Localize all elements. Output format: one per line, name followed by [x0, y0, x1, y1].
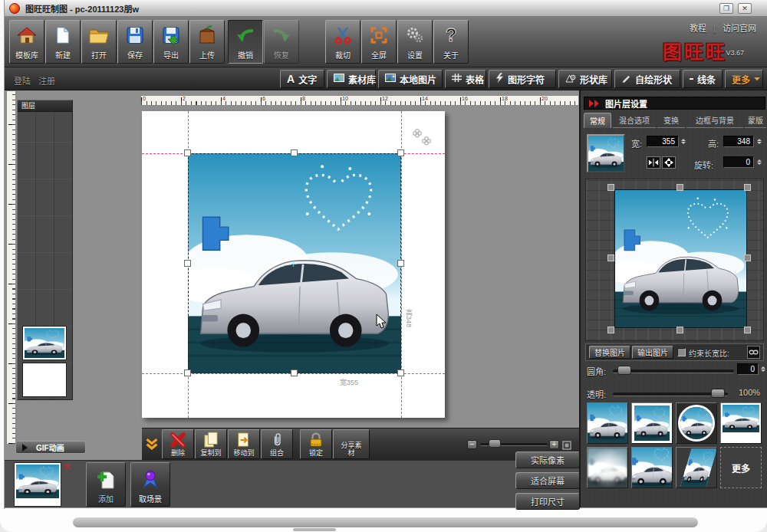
style-tile-plain[interactable] — [587, 402, 628, 444]
register-link[interactable]: 注册 — [38, 74, 55, 87]
height-field[interactable]: 348 — [723, 136, 754, 147]
height-stepper[interactable] — [755, 136, 762, 147]
preview-handle-bottom-mid[interactable] — [676, 327, 683, 333]
crop-button[interactable]: 裁切 — [325, 20, 360, 64]
style-tile-border[interactable] — [631, 402, 673, 444]
preview-handle-bottom-left[interactable] — [607, 327, 614, 333]
print-size-button[interactable]: 打印尺寸 — [515, 493, 580, 510]
corner-stepper[interactable] — [759, 363, 766, 375]
selection-handle-bottom-right[interactable] — [397, 369, 404, 376]
selection-handle-mid-left[interactable] — [184, 260, 191, 267]
preview-handle-bottom-right[interactable] — [744, 327, 751, 333]
remove-frame-icon[interactable]: ✕ — [63, 461, 71, 472]
gif-animation-button[interactable]: GIF动画 — [15, 441, 86, 454]
preview-handle-mid-left[interactable] — [607, 255, 614, 261]
corner-value-field[interactable]: 0 — [737, 363, 759, 375]
zoom-out-button[interactable]: − — [467, 440, 477, 449]
zoom-in-button[interactable]: + — [549, 440, 559, 449]
flip-horizontal-button[interactable] — [647, 156, 660, 169]
style-tile-burst[interactable] — [587, 447, 628, 488]
selection-handle-top-left[interactable] — [184, 149, 191, 156]
opacity-slider-handle[interactable] — [711, 389, 725, 398]
rotate-field[interactable]: 0 — [723, 156, 754, 168]
tab-general[interactable]: 常规 — [584, 113, 611, 128]
insert-table-button[interactable]: 表格 — [445, 70, 486, 88]
copy-to-button[interactable]: 复制到 — [195, 429, 227, 459]
insert-line-button[interactable]: 线条 — [683, 70, 723, 88]
save-button[interactable]: 保存 — [117, 20, 153, 64]
insert-draw-shape-button[interactable]: 自绘形状 — [614, 70, 680, 88]
preview-handle-top-left[interactable] — [607, 184, 614, 191]
more-button[interactable]: 更多 — [725, 70, 763, 88]
width-stepper[interactable] — [680, 136, 686, 147]
insert-local-image-button[interactable]: 本地图片 — [378, 70, 443, 88]
new-button[interactable]: 新建 — [45, 20, 81, 64]
undo-button[interactable]: 撤销 — [228, 20, 263, 64]
layer-thumbnail-image[interactable] — [22, 326, 67, 360]
fullscreen-button[interactable]: 全屏 — [361, 20, 397, 64]
layer-thumbnail-blank[interactable] — [22, 363, 67, 397]
tab-blend-options[interactable]: 混合选项 — [613, 113, 656, 128]
style-tile-circle[interactable] — [676, 402, 717, 444]
aspect-ratio-checkbox[interactable] — [677, 348, 686, 356]
close-button[interactable]: ✕ — [738, 3, 752, 14]
pick-scene-button[interactable]: 取场景 — [130, 462, 170, 507]
preview-handle-mid-right[interactable] — [744, 255, 751, 261]
maximize-button[interactable]: ❐ — [719, 3, 733, 14]
selection-handle-bottom-mid[interactable] — [291, 369, 298, 376]
open-button[interactable]: 打开 — [81, 20, 117, 64]
selection-handle-mid-right[interactable] — [397, 260, 404, 267]
fullscreen-icon — [370, 23, 388, 48]
selected-image-layer[interactable]: + — [188, 153, 401, 373]
templates-button[interactable]: 模板库 — [9, 20, 44, 64]
insert-shapes-button[interactable]: 形状库 — [558, 70, 612, 88]
width-field[interactable]: 355 — [647, 136, 679, 147]
corner-radius-label: 圆角: — [587, 365, 606, 377]
double-arrow-icon — [588, 100, 601, 107]
settings-button[interactable]: 设置 — [397, 20, 433, 64]
export-button[interactable]: 导出 — [153, 20, 189, 64]
delete-button[interactable]: 删除 — [162, 429, 194, 459]
flip-vertical-button[interactable] — [662, 156, 676, 169]
button-label: 打开 — [91, 49, 107, 61]
about-button[interactable]: ? 关于 — [433, 20, 469, 64]
lock-button[interactable]: 锁定 — [300, 429, 332, 459]
collapse-chevron-icon[interactable] — [145, 438, 159, 454]
selection-handle-top-mid[interactable] — [291, 149, 298, 156]
insert-library-button[interactable]: 素材库 — [327, 70, 376, 88]
tab-mask[interactable]: 蒙版 — [745, 113, 766, 128]
tutorial-link[interactable]: 教程 — [690, 24, 706, 33]
redo-button[interactable]: 恢复 — [264, 20, 299, 64]
insert-glyph-button[interactable]: 图形字符 — [489, 70, 556, 88]
style-tile-polaroid[interactable] — [720, 402, 762, 444]
layer-mini-thumbnail[interactable] — [587, 134, 625, 172]
selection-handle-top-right[interactable] — [397, 149, 404, 156]
group-button[interactable]: 组合 — [261, 429, 293, 459]
upload-button[interactable]: 上传 — [189, 20, 225, 64]
move-to-button[interactable]: 移动到 — [228, 429, 260, 459]
style-tile-skew[interactable] — [676, 447, 717, 488]
replace-image-button[interactable]: 替换图片 — [589, 346, 630, 359]
insert-text-button[interactable]: A 文字 — [280, 70, 324, 88]
zoom-slider-handle[interactable] — [489, 439, 501, 448]
tab-border-background[interactable]: 边框与背景 — [686, 113, 743, 128]
corner-slider-handle[interactable] — [617, 366, 631, 375]
gif-frame-thumbnail[interactable] — [14, 462, 61, 507]
actual-pixels-button[interactable]: 实际像素 — [515, 452, 580, 468]
preview-handle-top-right[interactable] — [744, 184, 751, 191]
style-tile-more[interactable]: 更多 — [720, 447, 762, 488]
website-link[interactable]: 访问官网 — [723, 24, 756, 33]
tab-transform[interactable]: 变换 — [657, 113, 685, 128]
fit-screen-button[interactable]: 适合屏幕 — [515, 472, 580, 489]
style-tile-zoom[interactable] — [631, 447, 673, 488]
preview-handle-top-mid[interactable] — [676, 184, 683, 191]
selection-handle-bottom-left[interactable] — [184, 369, 191, 376]
share-material-button[interactable]: 分享素材 — [333, 429, 370, 459]
output-image-button[interactable]: 输出图片 — [632, 346, 673, 359]
rotate-stepper[interactable] — [755, 156, 762, 168]
aspect-link-icon[interactable] — [747, 346, 760, 359]
add-frame-button[interactable]: 添加 — [86, 462, 126, 507]
document-page[interactable]: + 宽355 高348 — [142, 111, 445, 418]
preview-image[interactable] — [614, 189, 747, 328]
login-link[interactable]: 登陆 — [14, 74, 31, 87]
